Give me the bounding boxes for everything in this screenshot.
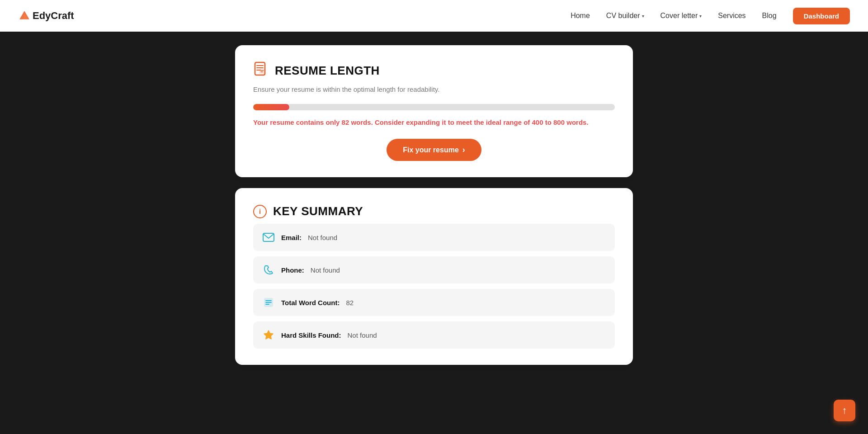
card-header-resume: RESUME LENGTH [253,61,615,80]
email-value: Not found [308,234,337,241]
hardskills-label: Hard Skills Found: [281,331,341,339]
nav-links: Home CV builder ▾ Cover letter ▾ Service… [571,8,850,24]
summary-rows: Email: Not found Phone: Not found [253,224,615,349]
hardskills-value: Not found [348,331,377,339]
key-summary-card: i KEY SUMMARY Email: Not found [235,188,633,365]
phone-value: Not found [311,266,340,274]
email-label: Email: [281,234,302,241]
resume-icon [253,61,269,80]
resume-length-card: RESUME LENGTH Ensure your resume is with… [235,45,633,177]
summary-row-email: Email: Not found [253,224,615,251]
chevron-down-icon: ▾ [699,14,702,19]
wordcount-value: 82 [346,299,354,307]
logo-text: EdyCraft [33,10,74,22]
phone-label: Phone: [281,266,304,274]
phone-icon [262,264,275,276]
scroll-to-top-button[interactable]: ↑ [834,400,855,421]
email-icon [262,231,275,244]
summary-row-phone: Phone: Not found [253,256,615,283]
nav-services[interactable]: Services [718,12,745,20]
nav-cv-builder[interactable]: CV builder ▾ [606,12,644,20]
progress-bar-container [253,104,615,110]
progress-bar-fill [253,104,289,110]
summary-row-wordcount: Total Word Count: 82 [253,289,615,316]
wordcount-icon [262,296,275,309]
arrow-right-icon: › [462,145,465,155]
key-summary-title: KEY SUMMARY [273,204,363,218]
navbar: EdyCraft Home CV builder ▾ Cover letter … [0,0,868,32]
nav-blog[interactable]: Blog [762,12,777,20]
svg-marker-14 [264,330,273,339]
resume-length-subtitle: Ensure your resume is within the optimal… [253,85,615,93]
svg-rect-6 [259,69,265,74]
resume-length-title: RESUME LENGTH [275,64,380,78]
fix-resume-button[interactable]: Fix your resume › [387,139,481,161]
hardskills-icon [262,329,275,341]
nav-home[interactable]: Home [571,12,590,20]
card-header-summary: i KEY SUMMARY [253,204,615,218]
nav-cover-letter[interactable]: Cover letter ▾ [660,12,702,20]
info-icon: i [253,205,267,218]
logo[interactable]: EdyCraft [18,9,74,22]
main-content: RESUME LENGTH Ensure your resume is with… [0,32,868,378]
warning-text: Your resume contains only 82 words. Cons… [253,118,615,126]
wordcount-label: Total Word Count: [281,299,340,307]
chevron-down-icon: ▾ [642,14,644,19]
summary-row-hardskills: Hard Skills Found: Not found [253,321,615,349]
dashboard-button[interactable]: Dashboard [793,8,850,24]
fix-btn-wrapper: Fix your resume › [253,139,615,161]
